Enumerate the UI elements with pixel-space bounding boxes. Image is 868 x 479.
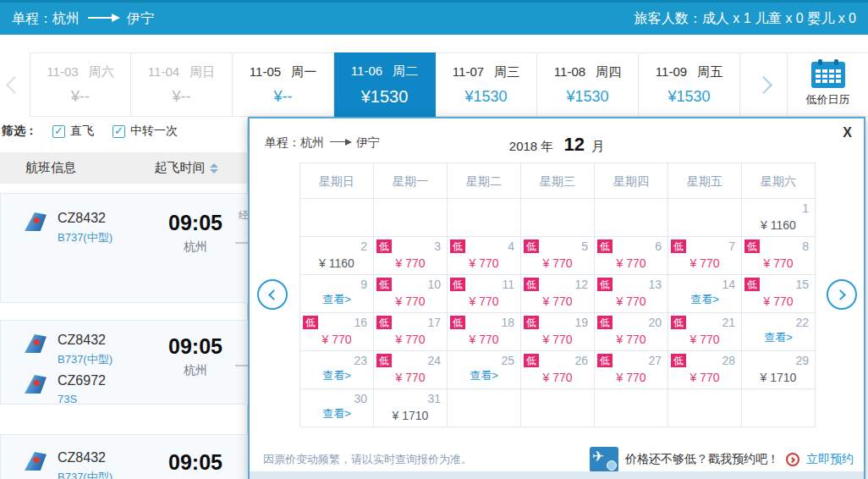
- day-number: 12: [574, 278, 588, 291]
- filter-direct-flight[interactable]: 直飞: [52, 124, 94, 139]
- filter-one-stop[interactable]: 中转一次: [113, 124, 178, 139]
- view-price-link[interactable]: 查看>: [668, 292, 741, 307]
- calendar-day-25[interactable]: 25查看>: [448, 351, 521, 389]
- go-arrow-icon[interactable]: [786, 453, 799, 466]
- calendar-day-9[interactable]: 9查看>: [300, 275, 374, 313]
- day-number: 20: [648, 316, 662, 329]
- calendar-day-2[interactable]: 2¥ 1160: [300, 237, 374, 275]
- day-number: 24: [427, 354, 441, 367]
- flight-row[interactable]: CZ8432 B737(中型) CZ6972 73S 09:05 杭州: [0, 320, 254, 405]
- calendar-day-1[interactable]: 1¥ 1160: [742, 199, 816, 237]
- day-price[interactable]: ¥ 1160: [742, 218, 815, 232]
- aircraft-type[interactable]: B737(中型): [58, 230, 113, 245]
- day-price[interactable]: ¥ 770: [374, 333, 447, 346]
- calendar-day-8[interactable]: 8低¥ 770: [742, 237, 816, 275]
- view-price-link[interactable]: 查看>: [448, 368, 520, 383]
- day-price[interactable]: ¥ 770: [374, 256, 447, 270]
- day-price[interactable]: ¥ 770: [742, 256, 815, 270]
- calendar-day-15[interactable]: 15低¥ 770: [742, 275, 816, 313]
- day-price[interactable]: ¥ 770: [668, 256, 741, 270]
- low-price-calendar-button[interactable]: 低价日历: [787, 52, 868, 117]
- day-price[interactable]: ¥ 770: [742, 295, 815, 308]
- close-icon[interactable]: X: [843, 125, 852, 140]
- calendar-day-29[interactable]: 29¥ 1710: [742, 351, 816, 389]
- calendar-day-27[interactable]: 27低¥ 770: [595, 351, 668, 389]
- date-strip: 11-03周六¥--11-04周日¥--11-05周一¥--11-06周二¥15…: [0, 52, 868, 117]
- calendar-day-4[interactable]: 4低¥ 770: [448, 237, 521, 275]
- day-number: 29: [795, 354, 809, 367]
- calendar-day-21[interactable]: 21低¥ 770: [668, 313, 742, 351]
- day-price[interactable]: ¥ 770: [668, 371, 741, 384]
- day-price[interactable]: ¥ 770: [595, 295, 667, 308]
- calendar-day-19[interactable]: 19低¥ 770: [521, 313, 595, 351]
- date-tab-11-08[interactable]: 11-08周四¥1530: [537, 52, 639, 117]
- calendar-day-28[interactable]: 28低¥ 770: [668, 351, 742, 389]
- prev-month-icon[interactable]: [257, 279, 288, 310]
- view-price-link[interactable]: 查看>: [300, 292, 373, 307]
- calendar-day-17[interactable]: 17低¥ 770: [374, 313, 448, 351]
- day-price[interactable]: ¥ 770: [521, 295, 594, 308]
- view-price-link[interactable]: 查看>: [742, 330, 815, 345]
- view-price-link[interactable]: 查看>: [300, 406, 373, 421]
- aircraft-type[interactable]: B737(中型): [58, 470, 113, 479]
- calendar-day-24[interactable]: 24低¥ 770: [374, 351, 448, 389]
- day-price[interactable]: ¥ 770: [374, 295, 447, 308]
- calendar-day-11[interactable]: 11低¥ 770: [448, 275, 521, 313]
- day-price[interactable]: ¥ 770: [448, 256, 520, 270]
- passenger-summary: 旅客人数：成人 x 1 儿童 x 0 婴儿 x 0: [635, 10, 856, 28]
- prev-dates-chevron-icon[interactable]: [0, 52, 30, 117]
- calendar-day-26[interactable]: 26低¥ 770: [521, 351, 595, 389]
- day-price[interactable]: ¥ 770: [595, 371, 667, 384]
- day-price[interactable]: ¥ 770: [595, 333, 667, 346]
- calendar-day-6[interactable]: 6低¥ 770: [595, 237, 668, 275]
- calendar-day-16[interactable]: 16低¥ 770: [300, 313, 374, 351]
- day-price[interactable]: ¥ 1710: [742, 371, 815, 384]
- checkbox-direct-icon[interactable]: [52, 125, 65, 138]
- view-price-link[interactable]: 查看>: [300, 368, 373, 383]
- day-price[interactable]: ¥ 770: [374, 371, 447, 384]
- day-price[interactable]: ¥ 770: [521, 371, 594, 384]
- aircraft-type[interactable]: B737(中型): [58, 352, 113, 367]
- day-price[interactable]: ¥ 770: [448, 333, 520, 346]
- weekday-header: 星期日: [300, 163, 374, 199]
- calendar-day-30[interactable]: 30查看>: [300, 389, 374, 427]
- sort-icon[interactable]: [210, 163, 218, 173]
- day-price[interactable]: ¥ 770: [521, 333, 594, 346]
- calendar-day-22[interactable]: 22查看>: [742, 313, 816, 351]
- date-tab-11-09[interactable]: 11-09周五¥1530: [639, 52, 740, 117]
- calendar-day-14[interactable]: 14查看>: [668, 275, 742, 313]
- calendar-day-7[interactable]: 7低¥ 770: [668, 237, 742, 275]
- calendar-day-empty: [448, 389, 521, 427]
- day-price[interactable]: ¥ 770: [448, 295, 520, 308]
- calendar-day-18[interactable]: 18低¥ 770: [448, 313, 521, 351]
- day-price[interactable]: ¥ 770: [521, 256, 594, 270]
- calendar-day-5[interactable]: 5低¥ 770: [521, 237, 595, 275]
- day-price[interactable]: ¥ 770: [668, 333, 741, 346]
- calendar-day-20[interactable]: 20低¥ 770: [595, 313, 668, 351]
- day-price[interactable]: ¥ 1160: [300, 256, 373, 270]
- next-dates-chevron-icon[interactable]: [740, 52, 787, 117]
- day-price[interactable]: ¥ 770: [595, 256, 667, 270]
- depart-city: 杭州: [155, 240, 236, 255]
- day-price[interactable]: ¥ 1710: [374, 409, 447, 422]
- date-tab-11-06[interactable]: 11-06周二¥1530: [334, 52, 436, 117]
- depart-city: 杭州: [155, 363, 236, 378]
- reserve-now-link[interactable]: 立即预约: [806, 452, 854, 467]
- calendar-day-13[interactable]: 13低¥ 770: [595, 275, 668, 313]
- day-number: 17: [427, 316, 441, 329]
- date-tab-11-07[interactable]: 11-07周三¥1530: [436, 52, 537, 117]
- flight-row[interactable]: CZ8432 B737(中型) 09:05 杭州 经: [0, 193, 254, 303]
- calendar-day-12[interactable]: 12低¥ 770: [521, 275, 595, 313]
- calendar-day-3[interactable]: 3低¥ 770: [374, 237, 448, 275]
- aircraft-type[interactable]: 73S: [58, 393, 106, 405]
- calendar-day-31[interactable]: 31¥ 1710: [374, 389, 448, 427]
- date-tab-11-05[interactable]: 11-05周一¥--: [233, 52, 334, 117]
- day-price[interactable]: ¥ 770: [300, 333, 373, 346]
- checkbox-one-stop-icon[interactable]: [113, 125, 125, 138]
- calendar-day-10[interactable]: 10低¥ 770: [374, 275, 448, 313]
- calendar-day-23[interactable]: 23查看>: [300, 351, 374, 389]
- next-month-icon[interactable]: [827, 279, 857, 310]
- flight-row[interactable]: CZ8432 B737(中型) 09:05 杭州: [0, 434, 254, 479]
- column-depart-time[interactable]: 起飞时间: [144, 160, 228, 176]
- low-price-badge: 低: [597, 354, 613, 367]
